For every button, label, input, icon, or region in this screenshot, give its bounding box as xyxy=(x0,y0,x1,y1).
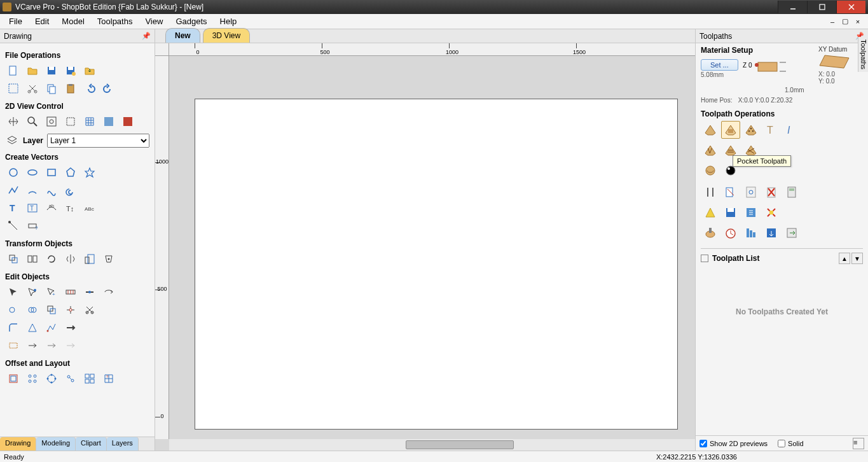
tab-layers[interactable]: Layers xyxy=(107,437,139,451)
move-down-button[interactable]: ▼ xyxy=(851,253,863,264)
fit-curves-icon[interactable] xyxy=(43,319,60,336)
view-tab-new[interactable]: New xyxy=(165,28,200,43)
fillet-icon[interactable] xyxy=(5,319,22,336)
align-icon[interactable] xyxy=(24,251,41,267)
scale-icon[interactable] xyxy=(81,251,98,267)
export-toolpath-icon[interactable] xyxy=(782,224,801,242)
circular-copy-icon[interactable] xyxy=(43,370,60,387)
layer-select[interactable]: Layer 1 xyxy=(47,134,149,148)
mdi-restore-button[interactable]: ▢ xyxy=(840,17,850,26)
menu-toolpaths[interactable]: Toolpaths xyxy=(91,15,139,28)
tab-modeling[interactable]: Modeling xyxy=(36,437,76,451)
trace-bitmap-icon[interactable] xyxy=(5,218,22,234)
intersect-icon[interactable] xyxy=(43,302,60,318)
3d-rough-toolpath-icon[interactable] xyxy=(701,162,720,179)
preview-toolpath-icon[interactable] xyxy=(701,204,720,221)
spiral-icon[interactable] xyxy=(62,182,79,199)
save-file-icon[interactable] xyxy=(43,62,60,79)
open-file-icon[interactable] xyxy=(24,62,41,79)
text-box-icon[interactable]: T xyxy=(24,200,41,216)
star-icon[interactable] xyxy=(81,164,98,181)
edit-toolpath-icon[interactable] xyxy=(701,183,720,201)
set-material-button[interactable]: Set ... xyxy=(701,59,738,71)
delete-toolpath-icon[interactable] xyxy=(762,183,781,201)
menu-gadgets[interactable]: Gadgets xyxy=(169,15,213,28)
snap-grid-icon[interactable] xyxy=(81,113,98,130)
redo-icon[interactable] xyxy=(100,80,117,97)
engrave-toolpath-icon[interactable]: I xyxy=(782,121,801,139)
mdi-minimize-button[interactable]: – xyxy=(827,17,837,26)
nest-icon[interactable] xyxy=(62,370,79,387)
prism-toolpath-icon[interactable]: V xyxy=(701,141,720,159)
dimension-icon[interactable]: ? xyxy=(24,218,41,234)
select-icon[interactable] xyxy=(5,284,22,300)
join-icon[interactable] xyxy=(81,284,98,300)
rectangle-icon[interactable] xyxy=(43,164,60,181)
show-2d-checkbox[interactable]: Show 2D previews xyxy=(699,440,768,447)
polygon-icon[interactable] xyxy=(62,164,79,181)
toolpath-list-checkbox[interactable] xyxy=(701,255,708,262)
scissors-icon[interactable] xyxy=(81,302,98,318)
mdi-close-button[interactable]: × xyxy=(853,17,863,26)
curve-text-icon[interactable] xyxy=(62,337,79,354)
merge-toolpath-icon[interactable] xyxy=(762,204,781,221)
pin-icon[interactable]: 📌 xyxy=(142,32,151,40)
tool-database-icon[interactable] xyxy=(741,204,761,221)
duplicate-toolpath-icon[interactable] xyxy=(721,183,740,201)
paste-icon[interactable] xyxy=(62,80,79,97)
design-viewport[interactable] xyxy=(169,56,695,439)
save-toolpath-icon[interactable] xyxy=(721,204,740,221)
toolpaths-vertical-tab[interactable]: Toolpaths xyxy=(858,37,868,72)
subtract-icon[interactable] xyxy=(24,302,41,318)
pan-icon[interactable] xyxy=(5,113,22,130)
close-button[interactable] xyxy=(836,1,865,13)
node-edit-icon[interactable] xyxy=(24,284,41,300)
move-icon[interactable] xyxy=(5,251,22,267)
tbone-icon[interactable] xyxy=(24,337,41,354)
zoom-icon[interactable] xyxy=(24,113,41,130)
vcarve-toolpath-icon[interactable]: T xyxy=(762,121,781,139)
measure-icon[interactable] xyxy=(62,284,79,300)
zoom-extents-icon[interactable] xyxy=(43,113,60,130)
weld-icon[interactable] xyxy=(5,302,22,318)
text-vectors-icon[interactable]: ABc xyxy=(81,200,98,216)
text-outline-icon[interactable]: T↕ xyxy=(62,200,79,216)
menu-help[interactable]: Help xyxy=(214,15,244,28)
rotate-icon[interactable] xyxy=(43,251,60,267)
dogbone-icon[interactable] xyxy=(5,337,22,354)
tiling-icon[interactable]: ? xyxy=(100,370,117,387)
options-button[interactable]: ≡ xyxy=(853,438,864,449)
menu-view[interactable]: View xyxy=(139,15,169,28)
menu-model[interactable]: Model xyxy=(55,15,90,28)
minimize-button[interactable] xyxy=(778,1,807,13)
drill-toolpath-icon[interactable] xyxy=(741,121,761,139)
text-icon[interactable]: T xyxy=(5,200,22,216)
menu-edit[interactable]: Edit xyxy=(29,15,55,28)
arc-icon[interactable] xyxy=(24,182,41,199)
calculator-icon[interactable] xyxy=(782,183,801,201)
pocket-toolpath-icon[interactable] xyxy=(721,121,740,139)
group-icon[interactable]: + xyxy=(43,284,60,300)
mirror-icon[interactable] xyxy=(62,251,79,267)
undo-icon[interactable] xyxy=(81,80,98,97)
tab-drawing[interactable]: Drawing xyxy=(0,437,36,451)
snap-guide-icon[interactable] xyxy=(100,113,117,130)
view-toolpath-icon[interactable] xyxy=(120,113,136,130)
circle-icon[interactable] xyxy=(5,164,22,181)
save-toolpaths-file-icon[interactable] xyxy=(762,224,781,242)
solid-checkbox[interactable]: Solid xyxy=(778,440,803,447)
cut-icon[interactable] xyxy=(24,80,41,97)
horizontal-scrollbar[interactable] xyxy=(169,439,695,451)
move-up-button[interactable]: ▲ xyxy=(839,253,850,264)
copy-icon[interactable] xyxy=(43,80,60,97)
plate-layout-icon[interactable] xyxy=(81,370,98,387)
job-setup-icon[interactable] xyxy=(5,80,22,97)
import-icon[interactable] xyxy=(81,62,98,79)
tab-clipart[interactable]: Clipart xyxy=(76,437,107,451)
profile-icon[interactable] xyxy=(43,337,60,354)
output-toolpath-icon[interactable] xyxy=(701,224,720,242)
time-estimate-icon[interactable] xyxy=(721,224,740,242)
maximize-button[interactable] xyxy=(807,1,836,13)
curve-icon[interactable] xyxy=(43,182,60,199)
extend-icon[interactable] xyxy=(24,319,41,336)
